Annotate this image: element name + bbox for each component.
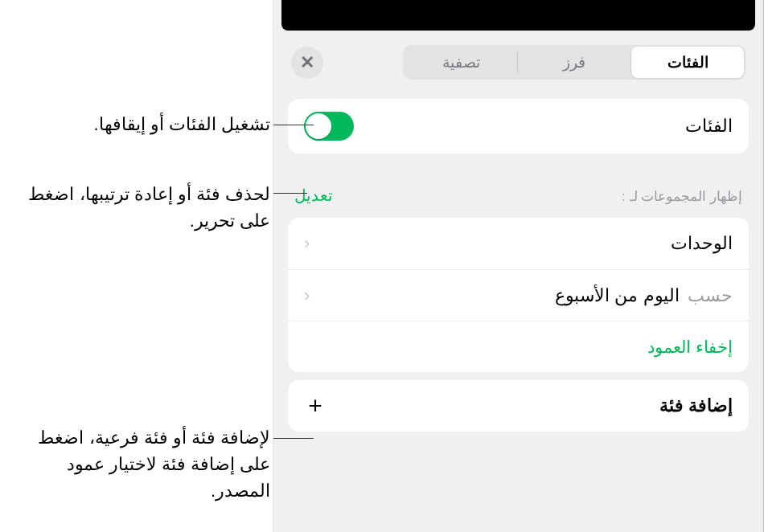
panel-frame: الفئات فرز تصفية ✕ الفئات إظهار المجموعا…	[273, 0, 764, 532]
categories-toggle-row: الفئات	[288, 99, 749, 153]
callout-add: لإضافة فئة أو فئة فرعية، اضغط على إضافة …	[5, 424, 270, 504]
callouts-layer: تشغيل الفئات أو إيقافها. لحذف فئة أو إعا…	[0, 0, 290, 532]
group-row-label: الوحدات	[671, 233, 733, 254]
tab-filter[interactable]: تصفية	[405, 47, 517, 78]
callout-lead	[273, 438, 314, 439]
hide-column-label: إخفاء العمود	[647, 338, 733, 357]
add-category-card: إضافة فئة +	[288, 380, 749, 432]
callout-lead	[273, 193, 307, 194]
plus-icon: +	[304, 395, 327, 417]
chevron-left-icon: ‹	[304, 285, 310, 306]
edit-button[interactable]: تعديل	[294, 186, 333, 205]
tab-bar: الفئات فرز تصفية	[403, 45, 746, 80]
group-row-value: اليوم من الأسبوع	[555, 285, 679, 305]
tab-categories[interactable]: الفئات	[631, 47, 744, 78]
add-category-label: إضافة فئة	[659, 395, 733, 416]
group-row-units[interactable]: الوحدات ‹	[288, 218, 749, 269]
group-row-by-day[interactable]: حسب اليوم من الأسبوع ‹	[288, 269, 749, 321]
callout-toggle: تشغيل الفئات أو إيقافها.	[5, 111, 270, 137]
categories-toggle-card: الفئات	[288, 99, 749, 153]
callout-lead	[273, 125, 314, 125]
chevron-left-icon: ‹	[304, 233, 310, 254]
tab-sort[interactable]: فرز	[518, 47, 631, 78]
groups-list-card: الوحدات ‹ حسب اليوم من الأسبوع ‹ إخفاء ا…	[288, 218, 749, 372]
close-icon: ✕	[300, 52, 314, 73]
hide-column-row[interactable]: إخفاء العمود	[288, 321, 749, 372]
groups-section-header: إظهار المجموعات لـ : تعديل	[273, 162, 763, 210]
group-row-prefix: حسب	[688, 285, 733, 305]
toggle-knob	[306, 113, 331, 139]
categories-label: الفئات	[685, 116, 733, 137]
device-bezel	[281, 0, 755, 31]
categories-toggle[interactable]	[304, 112, 354, 141]
group-row-by-wrapper: حسب اليوم من الأسبوع	[555, 285, 733, 306]
close-button[interactable]: ✕	[291, 47, 323, 79]
tab-separator	[631, 51, 631, 73]
callout-edit: لحذف فئة أو إعادة ترتيبها، اضغط على تحري…	[5, 181, 270, 234]
tab-separator	[517, 51, 518, 73]
top-bar: الفئات فرز تصفية ✕	[273, 31, 763, 91]
add-category-row[interactable]: إضافة فئة +	[288, 380, 749, 432]
groups-header-label: إظهار المجموعات لـ :	[622, 188, 742, 205]
